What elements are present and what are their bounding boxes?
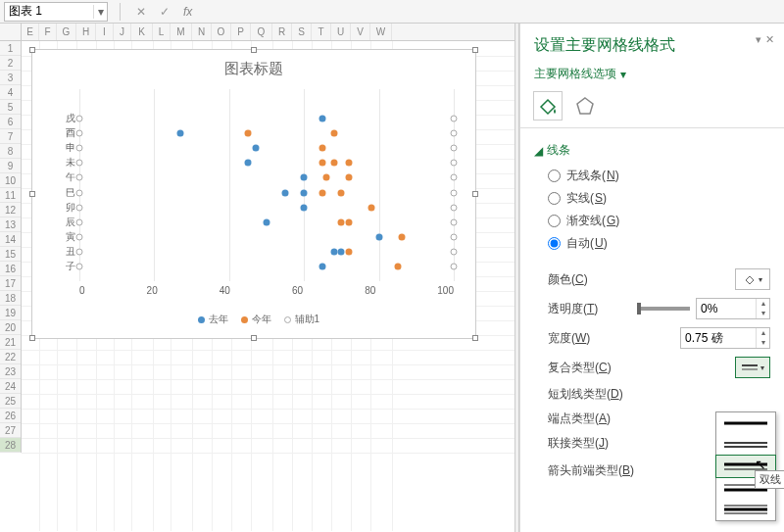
row-header[interactable]: 15 [0, 247, 21, 262]
row-header[interactable]: 14 [0, 232, 21, 247]
col-header[interactable]: E [22, 24, 39, 40]
compound-option-triple[interactable] [716, 499, 775, 520]
col-header[interactable]: R [272, 24, 292, 40]
col-header[interactable]: H [76, 24, 96, 40]
data-point[interactable] [76, 174, 83, 181]
embedded-chart[interactable]: 图表标题 戌酉申未午巳辰卯寅丑子 020406080100 去年 今年 辅助1 [31, 49, 476, 339]
data-point[interactable] [330, 248, 337, 255]
chart-legend[interactable]: 去年 今年 辅助1 [32, 313, 475, 326]
col-header[interactable]: K [131, 24, 153, 40]
transparency-input[interactable]: ▴▾ [696, 298, 770, 319]
data-point[interactable] [346, 218, 353, 225]
data-point[interactable] [451, 174, 458, 181]
data-point[interactable] [451, 189, 458, 196]
data-point[interactable] [76, 248, 83, 255]
row-header[interactable]: 20 [0, 320, 21, 335]
data-point[interactable] [76, 233, 83, 240]
radio-no-line[interactable]: 无线条(N) [534, 165, 770, 187]
data-point[interactable] [177, 130, 184, 137]
formula-input[interactable] [202, 2, 780, 22]
row-header[interactable]: 17 [0, 276, 21, 291]
col-header[interactable]: J [114, 24, 131, 40]
row-header[interactable]: 2 [0, 56, 21, 71]
close-icon[interactable]: ✕ [765, 33, 774, 46]
accept-icon[interactable]: ✓ [156, 5, 173, 19]
radio-solid-line[interactable]: 实线(S) [534, 187, 770, 210]
data-point[interactable] [368, 204, 374, 211]
compound-option-single[interactable] [716, 412, 775, 434]
data-point[interactable] [375, 233, 382, 240]
col-header[interactable]: U [331, 24, 351, 40]
col-header[interactable]: M [171, 24, 192, 40]
col-header[interactable]: L [153, 24, 171, 40]
row-header[interactable]: 10 [0, 173, 21, 188]
select-all-corner[interactable] [0, 24, 22, 40]
data-point[interactable] [338, 248, 345, 255]
worksheet[interactable]: EFGHIJKLMNOPQRSTUVW 12345678910111213141… [0, 24, 514, 532]
data-point[interactable] [451, 130, 458, 137]
row-header[interactable]: 12 [0, 203, 21, 218]
row-header[interactable]: 26 [0, 409, 21, 423]
col-header[interactable]: S [292, 24, 312, 40]
resize-handle[interactable] [472, 191, 478, 197]
data-point[interactable] [451, 160, 458, 167]
resize-handle[interactable] [29, 47, 35, 53]
row-header[interactable]: 27 [0, 423, 21, 438]
tab-effects[interactable] [571, 92, 599, 120]
chart-title[interactable]: 图表标题 [32, 50, 475, 78]
data-point[interactable] [76, 116, 83, 122]
data-point[interactable] [319, 160, 326, 167]
data-point[interactable] [76, 263, 83, 269]
data-point[interactable] [76, 145, 83, 152]
spin-down-icon[interactable]: ▾ [757, 338, 769, 348]
row-header[interactable]: 13 [0, 218, 21, 232]
row-header[interactable]: 7 [0, 129, 21, 144]
name-box-dropdown-icon[interactable]: ▾ [93, 5, 107, 19]
radio-gradient-line[interactable]: 渐变线(G) [534, 210, 770, 232]
row-header[interactable]: 9 [0, 159, 21, 173]
color-picker-button[interactable]: ▾ [735, 268, 770, 290]
data-point[interactable] [319, 189, 326, 196]
row-header[interactable]: 8 [0, 144, 21, 159]
data-point[interactable] [319, 263, 326, 269]
compound-option-double[interactable] [716, 434, 775, 456]
col-header[interactable]: I [96, 24, 114, 40]
col-header[interactable]: W [370, 24, 392, 40]
col-header[interactable]: V [351, 24, 370, 40]
data-point[interactable] [252, 145, 259, 152]
data-point[interactable] [323, 174, 330, 181]
row-header[interactable]: 6 [0, 115, 21, 129]
col-header[interactable]: Q [251, 24, 272, 40]
compound-type-button[interactable]: ▾ [735, 357, 770, 378]
data-point[interactable] [301, 174, 308, 181]
width-input[interactable]: ▴▾ [680, 327, 770, 349]
col-header[interactable]: O [212, 24, 231, 40]
col-header[interactable]: P [231, 24, 251, 40]
data-point[interactable] [451, 248, 458, 255]
data-point[interactable] [244, 130, 251, 137]
data-point[interactable] [338, 189, 345, 196]
section-line[interactable]: ◢ 线条 [534, 142, 770, 159]
row-header[interactable]: 28 [0, 438, 21, 453]
data-point[interactable] [244, 160, 251, 167]
data-point[interactable] [76, 160, 83, 167]
cancel-icon[interactable]: ✕ [132, 5, 150, 19]
row-header[interactable]: 11 [0, 188, 21, 203]
data-point[interactable] [394, 263, 401, 269]
data-point[interactable] [330, 160, 337, 167]
row-header[interactable]: 21 [0, 335, 21, 350]
data-point[interactable] [319, 116, 326, 122]
row-header[interactable]: 25 [0, 394, 21, 409]
data-point[interactable] [346, 248, 353, 255]
data-point[interactable] [346, 174, 353, 181]
data-point[interactable] [76, 130, 83, 137]
data-point[interactable] [319, 145, 326, 152]
name-box[interactable]: ▾ [4, 2, 108, 22]
slider-knob[interactable] [637, 303, 641, 314]
row-header[interactable]: 23 [0, 364, 21, 379]
col-header[interactable]: T [312, 24, 331, 40]
col-header[interactable]: N [192, 24, 212, 40]
compound-type-dropdown[interactable] [715, 411, 776, 521]
data-point[interactable] [451, 204, 458, 211]
data-point[interactable] [301, 189, 308, 196]
